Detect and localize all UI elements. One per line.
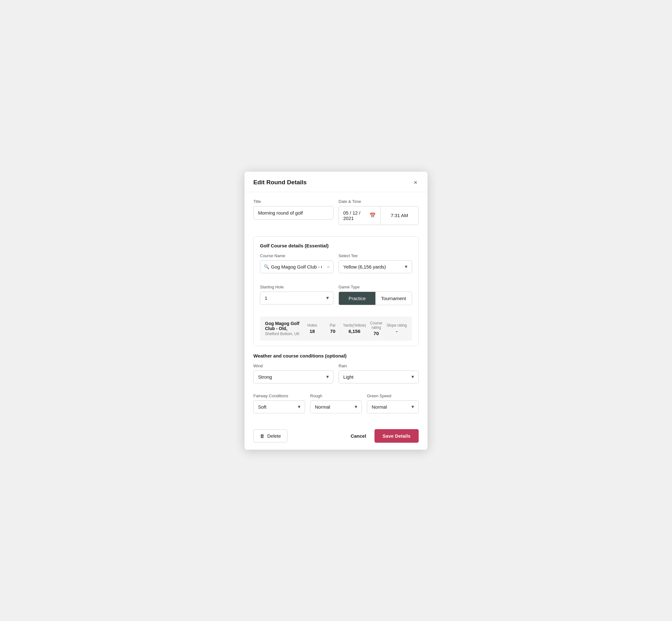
slope-rating-stat: Slope rating - [386, 323, 407, 334]
wind-rain-row: Wind Strong ▼ Rain Light ▼ [253, 364, 419, 389]
course-location-display: Shelford Bottom, UK [265, 332, 302, 336]
slope-rating-label: Slope rating [386, 323, 407, 328]
course-rating-stat: Course rating 70 [366, 321, 386, 336]
search-icon: 🔍 [264, 264, 269, 269]
weather-section-title: Weather and course conditions (optional) [253, 353, 419, 359]
fairway-dropdown[interactable]: Soft [253, 401, 305, 413]
select-tee-dropdown[interactable]: Yellow (6,156 yards) [339, 260, 412, 273]
green-speed-field-group: Green Speed Normal ▼ [367, 394, 419, 413]
game-type-label: Game Type [339, 285, 412, 289]
datetime-field-group: Date & Time 05 / 12 / 2021 📅 7:31 AM [339, 199, 419, 225]
wind-label: Wind [253, 364, 333, 368]
time-part[interactable]: 7:31 AM [380, 206, 418, 225]
golf-course-section-title: Golf Course details (Essential) [260, 243, 412, 248]
course-info-name: Gog Magog Golf Club - Old, Shelford Bott… [265, 321, 302, 336]
modal-body: Title Date & Time 05 / 12 / 2021 📅 7:31 … [245, 192, 427, 419]
course-rating-label: Course rating [366, 321, 386, 330]
yards-value: 6,156 [349, 329, 361, 334]
rough-select-wrap: Normal ▼ [310, 401, 362, 413]
yards-stat: Yards(Yellow) 6,156 [343, 323, 366, 334]
save-details-button[interactable]: Save Details [375, 429, 419, 443]
select-tee-wrap: Yellow (6,156 yards) ▼ [339, 260, 412, 273]
green-speed-dropdown[interactable]: Normal [367, 401, 419, 413]
slope-rating-value: - [396, 329, 397, 334]
par-label: Par [323, 323, 343, 328]
par-value: 70 [330, 329, 335, 334]
green-speed-label: Green Speed [367, 394, 419, 398]
course-name-label: Course Name [260, 253, 333, 258]
close-button[interactable]: × [412, 178, 419, 186]
cancel-button[interactable]: Cancel [348, 430, 369, 442]
rough-field-group: Rough Normal ▼ [310, 394, 362, 413]
fairway-field-group: Fairway Conditions Soft ▼ [253, 394, 305, 413]
title-input[interactable] [253, 206, 333, 220]
select-tee-label: Select Tee [339, 253, 412, 258]
course-name-search-wrap: 🔍 × [260, 260, 333, 273]
title-field-group: Title [253, 199, 333, 225]
wind-select-wrap: Strong ▼ [253, 370, 333, 383]
rain-dropdown[interactable]: Light [339, 370, 419, 383]
date-value: 05 / 12 / 2021 [343, 210, 367, 221]
fairway-label: Fairway Conditions [253, 394, 305, 398]
practice-button[interactable]: Practice [339, 292, 375, 305]
date-part[interactable]: 05 / 12 / 2021 📅 [339, 206, 380, 225]
green-speed-select-wrap: Normal ▼ [367, 401, 419, 413]
datetime-label: Date & Time [339, 199, 419, 204]
starting-hole-label: Starting Hole [260, 285, 333, 289]
par-stat: Par 70 [323, 323, 343, 334]
fairway-select-wrap: Soft ▼ [253, 401, 305, 413]
course-rating-value: 70 [374, 331, 379, 336]
holes-value: 18 [309, 329, 315, 334]
trash-icon: 🗑 [260, 433, 265, 439]
starting-hole-dropdown[interactable]: 1 [260, 292, 333, 304]
starting-hole-field-group: Starting Hole 1 ▼ [260, 285, 333, 305]
course-info-bar: Gog Magog Golf Club - Old, Shelford Bott… [260, 317, 412, 341]
holes-stat: Holes 18 [302, 323, 323, 334]
footer-right: Cancel Save Details [348, 429, 419, 443]
title-datetime-row: Title Date & Time 05 / 12 / 2021 📅 7:31 … [253, 199, 419, 231]
golf-course-section: Golf Course details (Essential) Course N… [253, 236, 419, 346]
rough-dropdown[interactable]: Normal [310, 401, 362, 413]
clear-icon[interactable]: × [327, 264, 330, 270]
rain-field-group: Rain Light ▼ [339, 364, 419, 383]
tournament-button[interactable]: Tournament [375, 292, 412, 305]
delete-label: Delete [267, 433, 281, 439]
modal-header: Edit Round Details × [245, 172, 427, 192]
calendar-icon: 📅 [370, 212, 376, 218]
starting-hole-game-type-row: Starting Hole 1 ▼ Game Type Practice Tou… [260, 285, 412, 311]
edit-round-modal: Edit Round Details × Title Date & Time 0… [245, 172, 427, 450]
game-type-toggle: Practice Tournament [339, 292, 412, 305]
rain-label: Rain [339, 364, 419, 368]
course-name-display: Gog Magog Golf Club - Old, [265, 321, 302, 331]
fairway-rough-green-row: Fairway Conditions Soft ▼ Rough Normal [253, 394, 419, 419]
title-label: Title [253, 199, 333, 204]
course-name-field-group: Course Name 🔍 × [260, 253, 333, 273]
modal-footer: 🗑 Delete Cancel Save Details [245, 423, 427, 450]
modal-title: Edit Round Details [253, 179, 307, 186]
date-time-group: 05 / 12 / 2021 📅 7:31 AM [339, 206, 419, 225]
holes-label: Holes [302, 323, 323, 328]
select-tee-field-group: Select Tee Yellow (6,156 yards) ▼ [339, 253, 412, 273]
time-value: 7:31 AM [390, 213, 408, 218]
delete-button[interactable]: 🗑 Delete [253, 429, 287, 443]
game-type-field-group: Game Type Practice Tournament [339, 285, 412, 305]
rough-label: Rough [310, 394, 362, 398]
wind-field-group: Wind Strong ▼ [253, 364, 333, 383]
rain-select-wrap: Light ▼ [339, 370, 419, 383]
course-tee-row: Course Name 🔍 × Select Tee Yellow (6,156… [260, 253, 412, 279]
yards-label: Yards(Yellow) [343, 323, 366, 328]
course-name-input[interactable] [260, 260, 333, 273]
wind-dropdown[interactable]: Strong [253, 370, 333, 383]
starting-hole-wrap: 1 ▼ [260, 292, 333, 304]
weather-section: Weather and course conditions (optional)… [253, 353, 419, 419]
